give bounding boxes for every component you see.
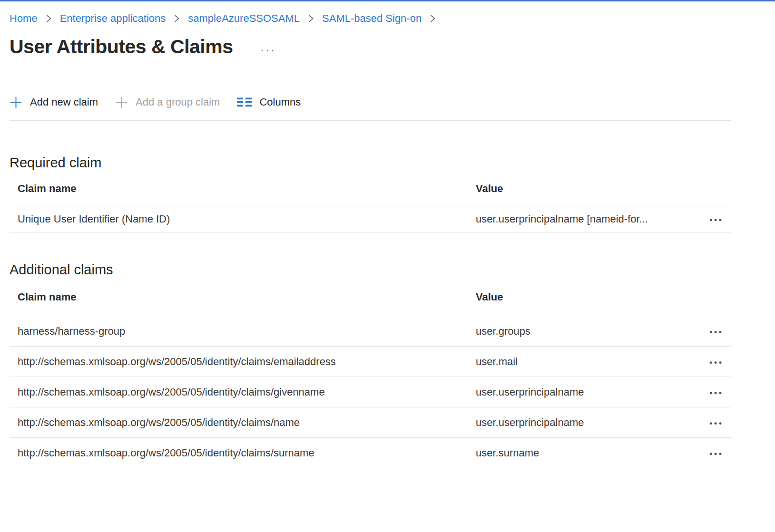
chevron-right-icon <box>46 13 52 24</box>
add-new-claim-label: Add new claim <box>30 96 98 108</box>
claim-value-cell: user.userprincipalname [nameid-for... <box>476 213 696 225</box>
column-header-value: Value <box>476 183 696 195</box>
breadcrumb-link-saml-based-sign-on[interactable]: SAML-based Sign-on <box>322 12 422 25</box>
columns-icon <box>237 97 252 107</box>
additional-claims-heading: Additional claims <box>10 261 731 278</box>
row-menu-icon[interactable]: ••• <box>708 386 725 400</box>
table-row[interactable]: http://schemas.xmlsoap.org/ws/2005/05/id… <box>10 438 731 468</box>
add-new-claim-button[interactable]: Add new claim <box>10 96 98 109</box>
table-row[interactable]: http://schemas.xmlsoap.org/ws/2005/05/id… <box>10 407 731 438</box>
add-group-claim-button[interactable]: Add a group claim <box>115 96 220 109</box>
plus-icon <box>115 96 128 109</box>
breadcrumb-link-home[interactable]: Home <box>10 12 38 25</box>
claim-name-cell: http://schemas.xmlsoap.org/ws/2005/05/id… <box>18 416 476 429</box>
page-title: User Attributes & Claims <box>10 34 233 59</box>
column-header-claim-name: Claim name <box>18 183 476 195</box>
top-accent-bar <box>0 0 775 1</box>
title-bar: User Attributes & Claims ··· <box>10 34 731 59</box>
table-row[interactable]: http://schemas.xmlsoap.org/ws/2005/05/id… <box>10 377 731 407</box>
claim-value-cell: user.userprincipalname <box>476 416 696 429</box>
row-menu-icon[interactable]: ••• <box>708 416 725 431</box>
more-options-icon[interactable]: ··· <box>261 40 276 59</box>
page: Home Enterprise applications sampleAzure… <box>0 11 775 468</box>
additional-claims-table: Claim name Value harness/harness-group u… <box>10 278 731 468</box>
columns-button[interactable]: Columns <box>237 96 301 108</box>
row-menu-icon[interactable]: ••• <box>708 213 725 227</box>
plus-icon <box>10 96 22 109</box>
required-claim-heading: Required claim <box>10 154 731 171</box>
breadcrumb-link-sampleazuressosaml[interactable]: sampleAzureSSOSAML <box>188 12 300 25</box>
claim-value-cell: user.groups <box>476 325 696 338</box>
chevron-right-icon <box>430 13 436 24</box>
row-menu-icon[interactable]: ••• <box>708 446 725 461</box>
table-row[interactable]: http://schemas.xmlsoap.org/ws/2005/05/id… <box>10 347 731 377</box>
claim-value-cell: user.mail <box>476 356 696 368</box>
claim-name-cell: http://schemas.xmlsoap.org/ws/2005/05/id… <box>18 356 476 368</box>
claim-name-cell: Unique User Identifier (Name ID) <box>18 213 476 225</box>
claim-value-cell: user.surname <box>476 447 696 459</box>
breadcrumb-link-enterprise-applications[interactable]: Enterprise applications <box>60 12 166 25</box>
row-menu-icon[interactable]: ••• <box>708 325 725 339</box>
toolbar: Add new claim Add a group claim Columns <box>10 93 731 112</box>
table-row[interactable]: Unique User Identifier (Name ID) user.us… <box>10 206 731 232</box>
claim-name-cell: http://schemas.xmlsoap.org/ws/2005/05/id… <box>18 447 476 459</box>
required-claim-table-header: Claim name Value <box>10 171 731 206</box>
claim-name-cell: harness/harness-group <box>18 325 476 338</box>
claim-name-cell: http://schemas.xmlsoap.org/ws/2005/05/id… <box>18 386 476 398</box>
table-row[interactable]: harness/harness-group user.groups ••• <box>10 316 731 347</box>
chevron-right-icon <box>174 13 180 24</box>
add-group-claim-label: Add a group claim <box>136 96 220 108</box>
row-menu-icon[interactable]: ••• <box>708 355 725 370</box>
column-header-claim-name: Claim name <box>18 291 476 303</box>
required-claim-table: Claim name Value Unique User Identifier … <box>10 171 731 232</box>
toolbar-divider <box>10 120 731 121</box>
column-header-value: Value <box>476 291 696 303</box>
columns-label: Columns <box>259 96 301 108</box>
additional-claims-table-header: Claim name Value <box>10 278 731 316</box>
chevron-right-icon <box>308 13 314 24</box>
breadcrumb: Home Enterprise applications sampleAzure… <box>10 11 731 26</box>
claim-value-cell: user.userprincipalname <box>476 386 696 398</box>
